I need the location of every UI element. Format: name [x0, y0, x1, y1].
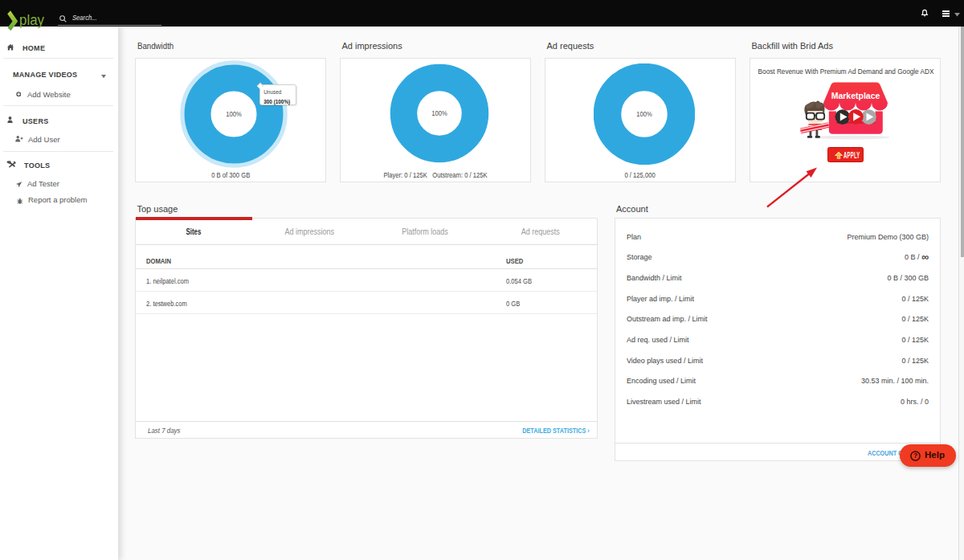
svg-text:?: ? [913, 452, 917, 460]
svg-text:100%: 100% [636, 111, 652, 118]
svg-text:play: play [19, 12, 44, 28]
svg-text:Marketplace: Marketplace [831, 91, 880, 100]
svg-text:100%: 100% [431, 110, 447, 117]
svg-text:100%: 100% [226, 111, 242, 118]
